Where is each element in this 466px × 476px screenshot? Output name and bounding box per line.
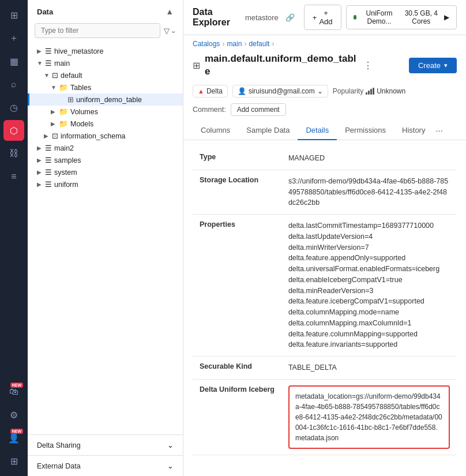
tree-item-default[interactable]: ▼ ⊡ default: [28, 69, 183, 81]
user-icon: 👤: [238, 87, 246, 95]
list-icon-btn[interactable]: ≡: [3, 166, 24, 187]
schema-icon: ⊡: [52, 71, 58, 80]
search-icon-btn[interactable]: ⌕: [3, 74, 24, 95]
tree-item-tables[interactable]: ▼ 📁 Tables: [28, 81, 183, 93]
delta-icon: ▲: [198, 88, 204, 95]
table-title-container: main.default.uniform_demo_tabl e: [205, 53, 356, 78]
unknown-badge: Unknown: [377, 87, 405, 95]
delta-uniform-label: Delta Uniform Iceberg: [193, 379, 281, 455]
properties-row: Properties delta.lastCommitTimestamp=168…: [193, 215, 457, 357]
tree-label: samples: [54, 156, 81, 164]
collapse-panel-btn[interactable]: ▲: [166, 7, 174, 16]
tree-container: ▶ ☰ hive_metastore ▼ ☰ main ▼ ⊡ default …: [28, 43, 183, 434]
chevron-right-icon: ▶: [51, 108, 58, 115]
workflow-icon-btn[interactable]: ⛓: [3, 143, 24, 164]
properties-label: Properties: [193, 215, 281, 357]
tree-label: hive_metastore: [54, 47, 103, 55]
cluster-name: UniForm Demo...: [360, 9, 398, 25]
cluster-button[interactable]: UniForm Demo... 30.5 GB, 4 Cores ▶: [346, 5, 457, 29]
delta-sharing-header[interactable]: Delta Sharing ⌄: [28, 435, 183, 455]
breadcrumb-sep-1: ›: [222, 40, 224, 48]
link-icon[interactable]: 🔗: [285, 13, 295, 22]
storage-row: Storage Location s3://uniform-demo/99db4…: [193, 170, 457, 214]
details-table: Type MANAGED Storage Location s3://unifo…: [193, 147, 457, 455]
main-content: Data Explorer metastore 🔗 + + Add UniFor…: [183, 0, 466, 476]
storage-label: Storage Location: [193, 170, 281, 214]
delta-label: Delta: [206, 87, 223, 95]
tree-label: uniform_demo_table: [76, 96, 142, 104]
delta-uniform-value: metadata_location=gs://uniform-demo/99db…: [281, 379, 457, 455]
add-button[interactable]: + + Add: [304, 5, 341, 30]
tree-label: Tables: [70, 84, 91, 92]
tree-item-system[interactable]: ▶ ☰ system: [28, 166, 183, 178]
owner-chevron-icon: ⌄: [317, 87, 323, 95]
securable-value: TABLE_DELTA: [281, 357, 457, 380]
folder-icon: 📁: [59, 83, 68, 92]
tree-item-information-schema[interactable]: ▶ ⊡ information_schema: [28, 130, 183, 142]
owner-badge[interactable]: 👤 siruisund@gmail.com ⌄: [232, 85, 328, 98]
breadcrumb-sep-3: ›: [272, 40, 274, 48]
search-input[interactable]: [35, 23, 160, 38]
securable-row: Securable Kind TABLE_DELTA: [193, 357, 457, 380]
settings-icon-btn[interactable]: ⚙: [3, 404, 24, 425]
delta-uniform-row: Delta Uniform Iceberg metadata_location=…: [193, 379, 457, 455]
cluster-chevron-icon: ▶: [444, 13, 449, 21]
clock-icon-btn[interactable]: ◷: [3, 97, 24, 118]
external-data-header[interactable]: External Data ⌄: [28, 456, 183, 476]
folder-icon: 📁: [59, 119, 68, 128]
breadcrumb-main[interactable]: main: [227, 40, 242, 48]
chevron-right-icon: ▶: [51, 121, 58, 127]
comment-label: Comment:: [193, 106, 226, 114]
bar-4: [373, 88, 374, 95]
tab-sample-data[interactable]: Sample Data: [238, 121, 298, 140]
tree-label: Models: [70, 120, 93, 128]
securable-label: Securable Kind: [193, 357, 281, 380]
tab-permissions[interactable]: Permissions: [337, 121, 394, 140]
chevron-right-icon: ▶: [44, 133, 51, 139]
tabs-more-btn[interactable]: ···: [433, 121, 445, 140]
tab-history[interactable]: History: [394, 121, 433, 140]
breadcrumb-default[interactable]: default: [249, 40, 269, 48]
cluster-info: 30.5 GB, 4 Cores: [402, 9, 441, 25]
app-subtitle: metastore: [245, 13, 279, 22]
search-bar: ▽ ⌄: [28, 21, 183, 43]
comment-bar: Comment: Add comment: [183, 102, 466, 121]
tree-item-models[interactable]: ▶ 📁 Models: [28, 118, 183, 130]
create-button[interactable]: Create ▾: [409, 58, 457, 73]
data-icon-btn[interactable]: ⬡: [3, 120, 24, 141]
sidebar-icon-rail: ⊞ ＋ ▦ ⌕ ◷ ⬡ ⛓ ≡ 🛍 NEW ⚙ 👤 NEW ⊞: [0, 0, 28, 476]
tree-item-main[interactable]: ▼ ☰ main: [28, 57, 183, 69]
database-icon: ☰: [45, 59, 52, 68]
tree-label: Volumes: [70, 108, 98, 116]
table-title-line1: main.default.uniform_demo_tabl: [205, 53, 356, 65]
tab-columns[interactable]: Columns: [193, 121, 238, 140]
tree-label: uniform: [54, 181, 78, 189]
tree-item-hive-metastore[interactable]: ▶ ☰ hive_metastore: [28, 45, 183, 57]
external-data-chevron-icon: ⌄: [167, 462, 174, 470]
tree-item-volumes[interactable]: ▶ 📁 Volumes: [28, 106, 183, 118]
more-options-btn[interactable]: ⋮: [363, 60, 373, 71]
breadcrumb-catalogs[interactable]: Catalogs: [193, 40, 220, 48]
add-icon-btn[interactable]: ＋: [3, 28, 24, 48]
add-comment-btn[interactable]: Add comment: [231, 103, 286, 116]
tree-item-main2[interactable]: ▶ ☰ main2: [28, 142, 183, 154]
schema-icon: ⊡: [52, 132, 58, 140]
delta-badge[interactable]: ▲ Delta: [193, 85, 228, 98]
bar-2: [368, 91, 370, 95]
bar-1: [366, 92, 367, 95]
table-title-line2: e: [205, 65, 356, 78]
tree-label: information_schema: [61, 132, 126, 140]
filter-btn[interactable]: ▽ ⌄: [164, 27, 176, 35]
tree-label: system: [54, 168, 77, 177]
tab-details[interactable]: Details: [298, 121, 337, 140]
grid-icon-btn[interactable]: ▦: [3, 51, 24, 72]
tree-item-samples[interactable]: ▶ ☰ samples: [28, 154, 183, 166]
chevron-right-icon: ▶: [37, 181, 44, 188]
home-icon-btn[interactable]: ⊞: [3, 5, 24, 25]
tree-item-uniform[interactable]: ▶ ☰ uniform: [28, 178, 183, 190]
tree-item-uniform-demo-table[interactable]: ▶ ⊞ uniform_demo_table: [28, 93, 183, 106]
type-value: MANAGED: [281, 147, 457, 170]
new-badge-user: NEW: [10, 429, 23, 434]
plus-icon: +: [313, 13, 317, 22]
apps-icon-btn[interactable]: ⊞: [3, 451, 24, 471]
